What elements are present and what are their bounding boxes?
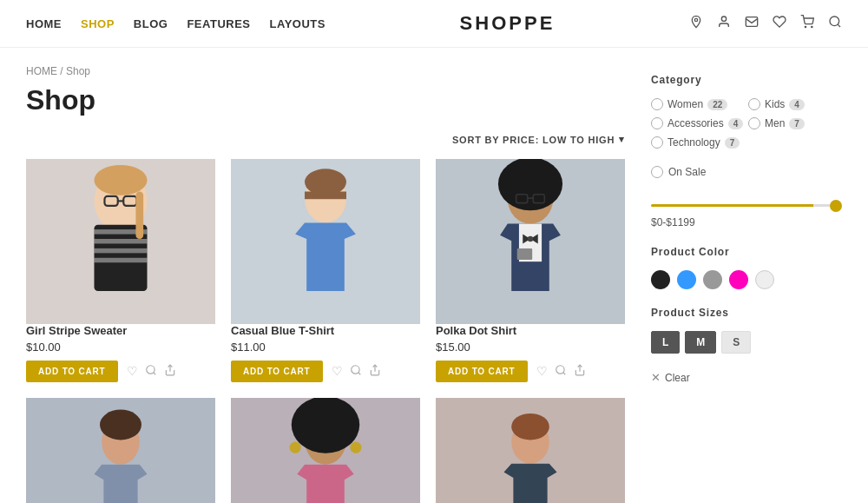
user-icon[interactable] bbox=[717, 15, 731, 32]
svg-point-46 bbox=[350, 441, 361, 453]
add-to-cart-button[interactable]: ADD TO CART bbox=[231, 361, 323, 382]
svg-point-32 bbox=[528, 236, 534, 242]
share-icon[interactable] bbox=[164, 364, 176, 379]
color-swatch-black[interactable] bbox=[651, 270, 670, 289]
svg-rect-12 bbox=[94, 258, 147, 262]
product-actions: ADD TO CART ♡ bbox=[436, 361, 625, 382]
nav-layouts[interactable]: LAYOUTS bbox=[270, 17, 326, 30]
svg-point-1 bbox=[721, 17, 726, 21]
clear-row[interactable]: ✕ Clear bbox=[651, 371, 842, 384]
size-section: Product Sizes L M S bbox=[651, 307, 842, 354]
price-range-slider[interactable] bbox=[651, 204, 842, 207]
location-icon[interactable] bbox=[689, 15, 703, 32]
size-M-button[interactable]: M bbox=[685, 331, 716, 354]
content-area: HOME / Shop Shop SORT BY PRICE: LOW TO H… bbox=[26, 65, 625, 503]
category-accessories-count: 4 bbox=[728, 118, 744, 129]
product-card: Polka Dot Shirt $15.00 ADD TO CART ♡ bbox=[436, 159, 625, 382]
svg-point-28 bbox=[498, 159, 562, 210]
svg-rect-36 bbox=[517, 248, 532, 260]
product-actions: ADD TO CART ♡ bbox=[26, 361, 215, 382]
svg-point-5 bbox=[830, 17, 839, 26]
nav-blog[interactable]: BLOG bbox=[134, 17, 168, 30]
zoom-icon[interactable] bbox=[555, 364, 567, 379]
on-sale-checkbox[interactable] bbox=[651, 166, 663, 178]
color-swatch-blue[interactable] bbox=[677, 270, 696, 289]
color-swatches bbox=[651, 270, 842, 289]
wishlist-action-icon[interactable]: ♡ bbox=[536, 364, 548, 379]
product-actions: ADD TO CART ♡ bbox=[231, 361, 420, 382]
sort-bar: SORT BY PRICE: LOW TO HIGH ▾ bbox=[26, 134, 625, 145]
clear-icon: ✕ bbox=[651, 371, 661, 384]
product-image bbox=[436, 398, 625, 503]
category-title: Category bbox=[651, 74, 842, 86]
svg-point-45 bbox=[290, 441, 301, 453]
on-sale-row: On Sale bbox=[651, 166, 842, 178]
size-L-button[interactable]: L bbox=[651, 331, 680, 354]
svg-point-16 bbox=[94, 165, 147, 195]
wishlist-action-icon[interactable]: ♡ bbox=[332, 364, 343, 379]
email-icon[interactable] bbox=[745, 15, 759, 32]
nav-shop[interactable]: SHOP bbox=[81, 17, 115, 30]
svg-point-37 bbox=[556, 366, 563, 374]
zoom-icon[interactable] bbox=[145, 364, 157, 379]
product-name: Polka Dot Shirt bbox=[436, 324, 625, 337]
svg-point-22 bbox=[305, 169, 346, 195]
svg-point-3 bbox=[805, 26, 806, 27]
add-to-cart-button[interactable]: ADD TO CART bbox=[436, 361, 528, 382]
action-icons: ♡ bbox=[332, 364, 381, 379]
on-sale-label: On Sale bbox=[668, 166, 706, 178]
navbar: HOME SHOP BLOG FEATURES LAYOUTS SHOPPE bbox=[0, 0, 868, 48]
category-item: Women 22 bbox=[651, 98, 745, 110]
action-icons: ♡ bbox=[127, 364, 176, 379]
nav-features[interactable]: FEATURES bbox=[187, 17, 250, 30]
svg-rect-23 bbox=[305, 191, 346, 199]
category-men-label: Men bbox=[765, 117, 785, 129]
svg-rect-2 bbox=[746, 17, 757, 27]
color-swatch-pink[interactable] bbox=[729, 270, 748, 289]
share-icon[interactable] bbox=[574, 364, 586, 379]
svg-point-41 bbox=[100, 409, 141, 440]
sidebar: Category Women 22 Kids 4 Accessories 4 bbox=[651, 65, 842, 503]
svg-point-24 bbox=[351, 366, 358, 374]
category-kids-checkbox[interactable] bbox=[748, 98, 760, 110]
category-technology-checkbox[interactable] bbox=[651, 136, 663, 149]
product-grid: Girl Stripe Sweater $10.00 ADD TO CART ♡ bbox=[26, 159, 625, 503]
color-swatch-white[interactable] bbox=[755, 270, 774, 289]
chevron-down-icon: ▾ bbox=[619, 134, 625, 145]
wishlist-icon[interactable] bbox=[773, 15, 786, 32]
svg-rect-10 bbox=[94, 239, 147, 243]
category-kids-count: 4 bbox=[789, 99, 805, 110]
add-to-cart-button[interactable]: ADD TO CART bbox=[26, 361, 118, 382]
cart-icon[interactable] bbox=[800, 15, 814, 32]
share-icon[interactable] bbox=[369, 364, 381, 379]
price-range-label: $0-$1199 bbox=[651, 216, 842, 228]
svg-point-49 bbox=[511, 414, 549, 440]
zoom-icon[interactable] bbox=[350, 364, 362, 379]
svg-rect-11 bbox=[94, 248, 147, 253]
category-men-checkbox[interactable] bbox=[748, 117, 760, 129]
color-swatch-gray[interactable] bbox=[703, 270, 722, 289]
main-container: HOME / Shop Shop SORT BY PRICE: LOW TO H… bbox=[0, 48, 868, 503]
nav-home[interactable]: HOME bbox=[26, 17, 62, 30]
color-title: Product Color bbox=[651, 246, 842, 258]
category-technology-count: 7 bbox=[725, 137, 740, 149]
product-image bbox=[26, 159, 215, 324]
category-women-checkbox[interactable] bbox=[651, 98, 663, 110]
clear-label: Clear bbox=[665, 372, 690, 384]
category-item: Men 7 bbox=[748, 117, 842, 129]
category-accessories-checkbox[interactable] bbox=[651, 117, 663, 129]
search-icon[interactable] bbox=[828, 15, 842, 32]
category-item: Accessories 4 bbox=[651, 117, 745, 129]
price-slider-container bbox=[651, 195, 842, 209]
product-image bbox=[231, 398, 420, 503]
category-technology-label: Technology bbox=[667, 136, 720, 149]
wishlist-action-icon[interactable]: ♡ bbox=[127, 364, 138, 379]
category-men-count: 7 bbox=[789, 118, 805, 129]
nav-icon-group bbox=[689, 15, 842, 32]
breadcrumb-home[interactable]: HOME bbox=[26, 65, 57, 77]
sort-dropdown[interactable]: SORT BY PRICE: LOW TO HIGH ▾ bbox=[452, 134, 625, 145]
site-logo[interactable]: SHOPPE bbox=[460, 12, 556, 35]
category-item: Technology 7 bbox=[651, 136, 745, 149]
size-S-button[interactable]: S bbox=[721, 331, 751, 354]
category-kids-label: Kids bbox=[765, 98, 785, 110]
